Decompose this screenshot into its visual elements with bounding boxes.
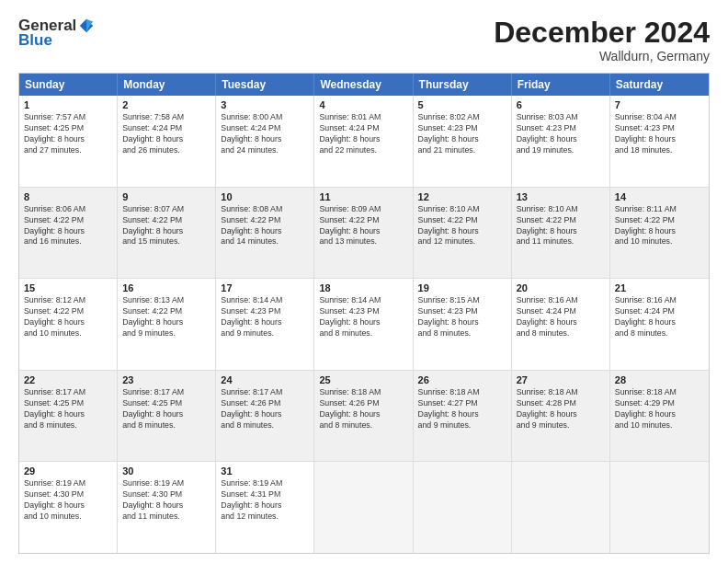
calendar-cell: 7Sunrise: 8:04 AM Sunset: 4:23 PM Daylig… xyxy=(610,96,709,187)
calendar-cell: 25Sunrise: 8:18 AM Sunset: 4:26 PM Dayli… xyxy=(314,371,413,462)
cell-info: Sunrise: 8:18 AM Sunset: 4:26 PM Dayligh… xyxy=(319,387,407,431)
calendar-cell: 24Sunrise: 8:17 AM Sunset: 4:26 PM Dayli… xyxy=(216,371,314,462)
day-number: 3 xyxy=(221,99,309,110)
cell-info: Sunrise: 8:17 AM Sunset: 4:25 PM Dayligh… xyxy=(122,387,210,431)
cell-info: Sunrise: 8:07 AM Sunset: 4:22 PM Dayligh… xyxy=(122,204,210,248)
calendar-cell: 31Sunrise: 8:19 AM Sunset: 4:31 PM Dayli… xyxy=(216,462,314,553)
location: Walldurn, Germany xyxy=(494,49,710,63)
cell-info: Sunrise: 8:19 AM Sunset: 4:31 PM Dayligh… xyxy=(221,478,309,523)
calendar-cell: 26Sunrise: 8:18 AM Sunset: 4:27 PM Dayli… xyxy=(414,371,512,462)
day-number: 14 xyxy=(615,191,704,202)
cell-info: Sunrise: 8:18 AM Sunset: 4:29 PM Dayligh… xyxy=(615,387,704,431)
logo-icon xyxy=(78,17,95,34)
day-number: 30 xyxy=(122,465,210,477)
day-number: 2 xyxy=(122,99,210,110)
calendar-cell: 29Sunrise: 8:19 AM Sunset: 4:30 PM Dayli… xyxy=(19,462,118,553)
cell-info: Sunrise: 8:14 AM Sunset: 4:23 PM Dayligh… xyxy=(319,295,407,339)
logo: General Blue xyxy=(18,17,95,50)
calendar-row: 1Sunrise: 7:57 AM Sunset: 4:25 PM Daylig… xyxy=(19,96,709,187)
cell-info: Sunrise: 8:09 AM Sunset: 4:22 PM Dayligh… xyxy=(319,204,407,248)
day-number: 21 xyxy=(615,282,704,293)
day-number: 18 xyxy=(319,282,407,293)
day-number: 12 xyxy=(418,191,506,202)
calendar-cell: 27Sunrise: 8:18 AM Sunset: 4:28 PM Dayli… xyxy=(512,371,610,462)
header-day: Sunday xyxy=(19,74,118,96)
calendar-cell: 10Sunrise: 8:08 AM Sunset: 4:22 PM Dayli… xyxy=(216,188,314,279)
title-block: December 2024 Walldurn, Germany xyxy=(494,17,710,63)
day-number: 17 xyxy=(221,282,309,293)
cell-info: Sunrise: 8:19 AM Sunset: 4:30 PM Dayligh… xyxy=(24,478,112,523)
day-number: 6 xyxy=(517,99,605,110)
day-number: 31 xyxy=(221,465,309,477)
cell-info: Sunrise: 8:10 AM Sunset: 4:22 PM Dayligh… xyxy=(418,204,506,248)
header-day: Thursday xyxy=(414,74,512,96)
calendar-cell xyxy=(610,462,709,553)
calendar-cell: 12Sunrise: 8:10 AM Sunset: 4:22 PM Dayli… xyxy=(414,188,512,279)
calendar-row: 8Sunrise: 8:06 AM Sunset: 4:22 PM Daylig… xyxy=(19,187,709,279)
cell-info: Sunrise: 8:19 AM Sunset: 4:30 PM Dayligh… xyxy=(122,478,210,523)
calendar-row: 22Sunrise: 8:17 AM Sunset: 4:25 PM Dayli… xyxy=(19,370,709,462)
calendar-cell: 3Sunrise: 8:00 AM Sunset: 4:24 PM Daylig… xyxy=(216,96,314,187)
cell-info: Sunrise: 8:06 AM Sunset: 4:22 PM Dayligh… xyxy=(24,204,112,248)
calendar-row: 15Sunrise: 8:12 AM Sunset: 4:22 PM Dayli… xyxy=(19,278,709,370)
calendar-cell: 28Sunrise: 8:18 AM Sunset: 4:29 PM Dayli… xyxy=(610,371,709,462)
cell-info: Sunrise: 7:57 AM Sunset: 4:25 PM Dayligh… xyxy=(24,112,112,156)
cell-info: Sunrise: 7:58 AM Sunset: 4:24 PM Dayligh… xyxy=(122,112,210,156)
header-day: Friday xyxy=(512,74,610,96)
cell-info: Sunrise: 8:02 AM Sunset: 4:23 PM Dayligh… xyxy=(418,112,506,156)
cell-info: Sunrise: 8:11 AM Sunset: 4:22 PM Dayligh… xyxy=(615,204,704,248)
day-number: 25 xyxy=(319,374,407,385)
calendar-cell: 23Sunrise: 8:17 AM Sunset: 4:25 PM Dayli… xyxy=(118,371,216,462)
cell-info: Sunrise: 8:17 AM Sunset: 4:25 PM Dayligh… xyxy=(24,387,112,431)
day-number: 29 xyxy=(24,465,112,477)
day-number: 23 xyxy=(122,374,210,385)
calendar-cell: 19Sunrise: 8:15 AM Sunset: 4:23 PM Dayli… xyxy=(414,279,512,370)
cell-info: Sunrise: 8:14 AM Sunset: 4:23 PM Dayligh… xyxy=(221,295,309,339)
cell-info: Sunrise: 8:18 AM Sunset: 4:27 PM Dayligh… xyxy=(418,387,506,431)
header-day: Monday xyxy=(118,74,216,96)
cell-info: Sunrise: 8:03 AM Sunset: 4:23 PM Dayligh… xyxy=(517,112,605,156)
calendar: SundayMondayTuesdayWednesdayThursdayFrid… xyxy=(18,73,710,554)
calendar-cell: 21Sunrise: 8:16 AM Sunset: 4:24 PM Dayli… xyxy=(610,279,709,370)
day-number: 28 xyxy=(615,374,704,385)
day-number: 7 xyxy=(615,99,704,110)
calendar-cell: 4Sunrise: 8:01 AM Sunset: 4:24 PM Daylig… xyxy=(314,96,413,187)
calendar-cell: 18Sunrise: 8:14 AM Sunset: 4:23 PM Dayli… xyxy=(314,279,413,370)
day-number: 16 xyxy=(122,282,210,293)
day-number: 11 xyxy=(319,191,407,202)
header-day: Tuesday xyxy=(216,74,314,96)
calendar-cell: 20Sunrise: 8:16 AM Sunset: 4:24 PM Dayli… xyxy=(512,279,610,370)
day-number: 27 xyxy=(517,374,605,385)
calendar-cell xyxy=(314,462,413,553)
cell-info: Sunrise: 8:13 AM Sunset: 4:22 PM Dayligh… xyxy=(122,295,210,339)
day-number: 19 xyxy=(418,282,506,293)
cell-info: Sunrise: 8:15 AM Sunset: 4:23 PM Dayligh… xyxy=(418,295,506,339)
day-number: 20 xyxy=(517,282,605,293)
day-number: 8 xyxy=(24,191,112,202)
calendar-cell: 14Sunrise: 8:11 AM Sunset: 4:22 PM Dayli… xyxy=(610,188,709,279)
calendar-cell: 5Sunrise: 8:02 AM Sunset: 4:23 PM Daylig… xyxy=(414,96,512,187)
calendar-cell: 9Sunrise: 8:07 AM Sunset: 4:22 PM Daylig… xyxy=(118,188,216,279)
calendar-cell: 8Sunrise: 8:06 AM Sunset: 4:22 PM Daylig… xyxy=(19,188,118,279)
day-number: 1 xyxy=(24,99,112,110)
day-number: 10 xyxy=(221,191,309,202)
day-number: 13 xyxy=(517,191,605,202)
day-number: 5 xyxy=(418,99,506,110)
header: General Blue December 2024 Walldurn, Ger… xyxy=(18,17,710,63)
month-title: December 2024 xyxy=(494,17,710,49)
calendar-row: 29Sunrise: 8:19 AM Sunset: 4:30 PM Dayli… xyxy=(19,461,709,553)
calendar-header: SundayMondayTuesdayWednesdayThursdayFrid… xyxy=(19,74,709,96)
cell-info: Sunrise: 8:16 AM Sunset: 4:24 PM Dayligh… xyxy=(517,295,605,339)
calendar-cell: 16Sunrise: 8:13 AM Sunset: 4:22 PM Dayli… xyxy=(118,279,216,370)
cell-info: Sunrise: 8:08 AM Sunset: 4:22 PM Dayligh… xyxy=(221,204,309,248)
calendar-body: 1Sunrise: 7:57 AM Sunset: 4:25 PM Daylig… xyxy=(19,96,709,553)
cell-info: Sunrise: 8:04 AM Sunset: 4:23 PM Dayligh… xyxy=(615,112,704,156)
header-day: Wednesday xyxy=(314,74,413,96)
cell-info: Sunrise: 8:17 AM Sunset: 4:26 PM Dayligh… xyxy=(221,387,309,431)
day-number: 9 xyxy=(122,191,210,202)
cell-info: Sunrise: 8:10 AM Sunset: 4:22 PM Dayligh… xyxy=(517,204,605,248)
calendar-cell: 17Sunrise: 8:14 AM Sunset: 4:23 PM Dayli… xyxy=(216,279,314,370)
cell-info: Sunrise: 8:01 AM Sunset: 4:24 PM Dayligh… xyxy=(319,112,407,156)
day-number: 22 xyxy=(24,374,112,385)
calendar-cell: 22Sunrise: 8:17 AM Sunset: 4:25 PM Dayli… xyxy=(19,371,118,462)
